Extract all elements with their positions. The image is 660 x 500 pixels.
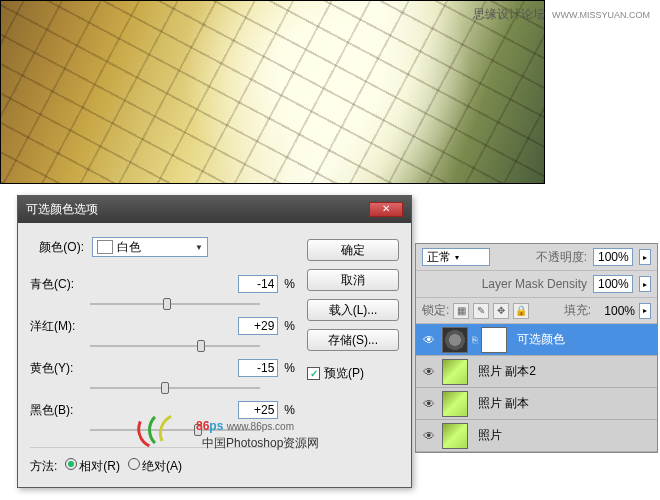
- lock-label: 锁定:: [422, 302, 449, 319]
- visibility-eye-icon[interactable]: 👁: [420, 395, 438, 413]
- slider-label: 洋红(M):: [30, 318, 90, 335]
- watermark-url: WWW.MISSYUAN.COM: [552, 10, 650, 20]
- layer-row[interactable]: 👁照片 副本2: [416, 356, 657, 388]
- lock-all-icon[interactable]: 🔒: [513, 303, 529, 319]
- slider-thumb-icon[interactable]: [163, 298, 171, 310]
- fill-flyout-icon[interactable]: ▸: [639, 303, 651, 319]
- layer-thumb-icon: [442, 391, 468, 417]
- slider-label: 黑色(B):: [30, 402, 90, 419]
- colors-label: 颜色(O):: [30, 239, 84, 256]
- percent-label: %: [284, 319, 295, 333]
- adjustment-thumb-icon: [442, 327, 468, 353]
- layer-thumb-icon: [442, 359, 468, 385]
- slider-value-input[interactable]: [238, 275, 278, 293]
- percent-label: %: [284, 361, 295, 375]
- link-icon: ⎘: [472, 335, 477, 345]
- blend-mode-dropdown[interactable]: 正常▾: [422, 248, 490, 266]
- method-absolute-radio[interactable]: 绝对(A): [128, 458, 182, 475]
- checkbox-checked-icon: ✓: [307, 367, 320, 380]
- method-label: 方法:: [30, 458, 57, 475]
- method-relative-radio[interactable]: 相对(R): [65, 458, 120, 475]
- close-icon[interactable]: ✕: [369, 202, 403, 217]
- chevron-down-icon: ▼: [195, 243, 203, 252]
- slider-track[interactable]: [90, 423, 260, 437]
- watermark-text: 思缘设计论坛: [473, 7, 545, 21]
- layer-thumb-icon: [442, 423, 468, 449]
- lock-paint-icon[interactable]: ✎: [473, 303, 489, 319]
- preview-label: 预览(P): [324, 365, 364, 382]
- layer-row[interactable]: 👁照片 副本: [416, 388, 657, 420]
- watermark: 思缘设计论坛 WWW.MISSYUAN.COM: [473, 6, 650, 23]
- slider-track[interactable]: [90, 381, 260, 395]
- opacity-label: 不透明度:: [536, 249, 587, 266]
- visibility-eye-icon[interactable]: 👁: [420, 363, 438, 381]
- lock-transparency-icon[interactable]: ▦: [453, 303, 469, 319]
- document-canvas[interactable]: [0, 0, 545, 184]
- layer-name: 照片 副本2: [478, 363, 536, 380]
- slider-thumb-icon[interactable]: [194, 424, 202, 436]
- ok-button[interactable]: 确定: [307, 239, 399, 261]
- mask-thumb-icon: [481, 327, 507, 353]
- slider-track[interactable]: [90, 339, 260, 353]
- slider-value-input[interactable]: [238, 317, 278, 335]
- percent-label: %: [284, 403, 295, 417]
- density-label: Layer Mask Density: [482, 277, 587, 291]
- load-button[interactable]: 载入(L)...: [307, 299, 399, 321]
- layer-list: 👁⎘可选颜色👁照片 副本2👁照片 副本👁照片: [416, 324, 657, 452]
- opacity-input[interactable]: 100%: [593, 248, 633, 266]
- density-flyout-icon[interactable]: ▸: [639, 276, 651, 292]
- selective-color-dialog: 可选颜色选项 ✕ 颜色(O): 白色 ▼ 青色(C): % 洋红(M): % 黄…: [17, 195, 412, 488]
- slider-thumb-icon[interactable]: [161, 382, 169, 394]
- radio-off-icon: [128, 458, 140, 470]
- dialog-title: 可选颜色选项: [26, 201, 98, 218]
- layers-panel: 正常▾ 不透明度: 100% ▸ Layer Mask Density 100%…: [415, 243, 658, 453]
- preview-checkbox[interactable]: ✓ 预览(P): [307, 365, 399, 382]
- colors-dropdown[interactable]: 白色 ▼: [92, 237, 208, 257]
- density-input[interactable]: 100%: [593, 275, 633, 293]
- layer-name: 照片 副本: [478, 395, 529, 412]
- slider-track[interactable]: [90, 297, 260, 311]
- selected-color: 白色: [117, 240, 141, 254]
- visibility-eye-icon[interactable]: 👁: [420, 427, 438, 445]
- slider-thumb-icon[interactable]: [197, 340, 205, 352]
- percent-label: %: [284, 277, 295, 291]
- fill-label: 填充:: [564, 302, 591, 319]
- cancel-button[interactable]: 取消: [307, 269, 399, 291]
- visibility-eye-icon[interactable]: 👁: [420, 331, 438, 349]
- fill-input[interactable]: 100%: [595, 304, 635, 318]
- radio-on-icon: [65, 458, 77, 470]
- chevron-down-icon: ▾: [455, 253, 459, 262]
- lock-position-icon[interactable]: ✥: [493, 303, 509, 319]
- layer-row[interactable]: 👁⎘可选颜色: [416, 324, 657, 356]
- slider-value-input[interactable]: [238, 359, 278, 377]
- divider: [30, 447, 295, 448]
- dialog-titlebar[interactable]: 可选颜色选项 ✕: [18, 196, 411, 223]
- slider-value-input[interactable]: [238, 401, 278, 419]
- slider-label: 青色(C):: [30, 276, 90, 293]
- opacity-flyout-icon[interactable]: ▸: [639, 249, 651, 265]
- save-button[interactable]: 存储(S)...: [307, 329, 399, 351]
- layer-row[interactable]: 👁照片: [416, 420, 657, 452]
- slider-label: 黄色(Y):: [30, 360, 90, 377]
- layer-name: 可选颜色: [517, 331, 565, 348]
- color-swatch-icon: [97, 240, 113, 254]
- layer-name: 照片: [478, 427, 502, 444]
